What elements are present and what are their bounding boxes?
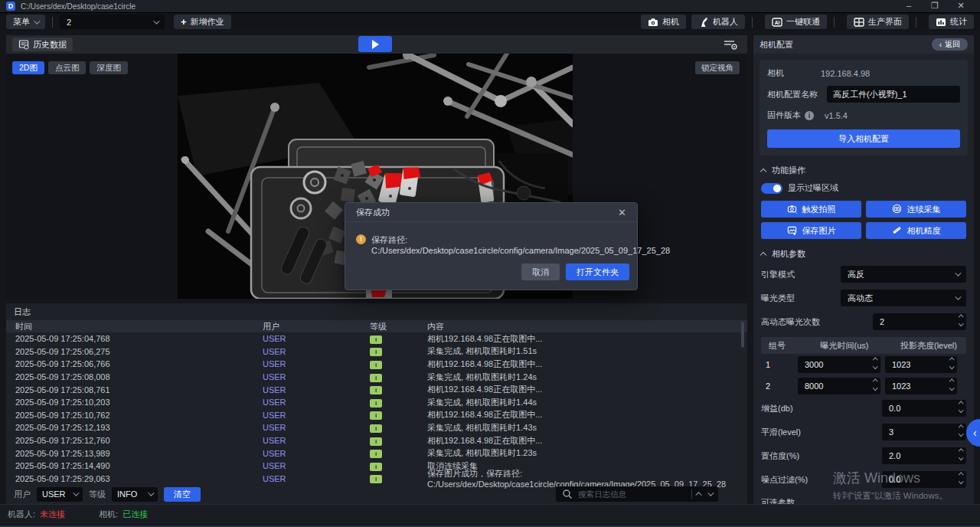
log-content: 采集完成, 相机取图耗时1.44s	[427, 397, 747, 408]
log-row[interactable]: 2025-05-09 17:25:08,008USERi采集完成, 相机取图耗时…	[6, 371, 747, 384]
tab-view[interactable]: 深度图	[90, 61, 128, 74]
log-col-level: 等级	[370, 321, 427, 332]
confidence-spinner[interactable]: 2.0	[882, 447, 966, 464]
smooth-spinner[interactable]: 3	[882, 424, 966, 440]
info-icon[interactable]: i	[805, 111, 814, 120]
spinner-arrows-icon[interactable]	[959, 426, 963, 435]
camera-label: 相机	[767, 67, 821, 79]
dialog-cancel-button[interactable]: 取消	[521, 264, 560, 280]
close-button[interactable]: ✕	[948, 0, 974, 12]
spinner-arrows-icon[interactable]	[959, 450, 963, 459]
params-section-header[interactable]: 相机参数	[761, 248, 966, 260]
log-scrollbar[interactable]	[741, 322, 744, 348]
exposure-time-spinner[interactable]: 8000	[798, 378, 880, 394]
exposure-type-dropdown[interactable]: 高动态	[841, 290, 966, 306]
spinner-arrows-icon[interactable]	[874, 358, 877, 368]
menubar-camera-button[interactable]: 相机	[641, 15, 686, 29]
projection-brightness-spinner[interactable]: 1023	[885, 378, 957, 394]
new-job-button[interactable]: + 新增作业	[174, 15, 231, 29]
menubar-robot-button[interactable]: 机器人	[691, 15, 745, 29]
log-row[interactable]: 2025-05-09 17:25:12,760USERi相机192.168.4.…	[6, 434, 747, 447]
lock-view-button[interactable]: 锁定视角	[695, 61, 740, 74]
param-selects: 引擎模式高反曝光类型高动态	[760, 266, 968, 306]
log-settings-icon[interactable]	[723, 38, 738, 51]
exp-col-brightness: 投影亮度(level)	[891, 340, 966, 352]
gain-spinner[interactable]: 0.0	[882, 400, 966, 417]
hdr-count-value: 2	[880, 317, 884, 326]
minimize-button[interactable]: –	[896, 0, 922, 12]
spinner-value: 3000	[805, 360, 823, 369]
menu-dropdown[interactable]: 菜单	[6, 15, 45, 29]
dialog-open-folder-button[interactable]: 打开文件夹	[566, 264, 629, 280]
camera-precision-button[interactable]: 相机精度	[866, 222, 966, 239]
hdr-count-spinner[interactable]: 2	[873, 313, 966, 330]
log-level: i	[370, 346, 427, 356]
log-row[interactable]: 2025-05-09 17:25:13,989USERi采集完成, 相机取图耗时…	[6, 447, 747, 460]
dialog-title: 保存成功	[356, 207, 390, 218]
log-time: 2025-05-09 17:25:13,989	[6, 449, 263, 458]
info-level-badge: i	[370, 424, 382, 433]
spinner-arrows-icon[interactable]	[959, 316, 963, 325]
search-prev-icon[interactable]	[695, 492, 701, 498]
dialog-close-icon[interactable]: ✕	[618, 207, 626, 218]
info-level-badge: i	[370, 374, 382, 382]
spinner-arrows-icon[interactable]	[959, 402, 963, 411]
overexposure-toggle[interactable]	[761, 183, 782, 194]
spinner-arrows-icon[interactable]	[959, 473, 963, 483]
log-row[interactable]: 2025-05-09 17:25:04,768USERi相机192.168.4.…	[6, 332, 747, 345]
function-section-header[interactable]: 功能操作	[761, 165, 966, 176]
filter-level-value: INFO	[117, 489, 137, 499]
engine-mode-dropdown[interactable]: 高反	[841, 266, 966, 283]
tab-2d[interactable]: 2D图	[12, 61, 44, 74]
import-config-button[interactable]: 导入相机配置	[767, 129, 960, 148]
info-level-badge: i	[370, 463, 382, 471]
divider	[834, 17, 835, 28]
history-data-button[interactable]: 历史数据	[12, 38, 73, 51]
tab-view[interactable]: 点云图	[48, 61, 87, 74]
menubar-statistics-button[interactable]: 统计	[929, 15, 974, 29]
exposure-group: 2	[761, 381, 798, 391]
maximize-button[interactable]: ❐	[922, 0, 948, 12]
statusbar: 机器人: 未连接 相机: 已连接	[0, 504, 980, 524]
clear-log-button[interactable]: 清空	[164, 487, 201, 502]
log-row[interactable]: 2025-05-09 17:25:12,193USERi采集完成, 相机取图耗时…	[6, 421, 747, 434]
filter-level-dropdown[interactable]: INFO	[112, 487, 158, 502]
trigger-capture-button[interactable]: 触发拍照	[761, 201, 861, 218]
projection-brightness-spinner[interactable]: 1023	[885, 356, 957, 373]
search-next-icon[interactable]	[707, 489, 714, 496]
divider	[916, 17, 916, 28]
log-row[interactable]: 2025-05-09 17:25:10,762USERi相机192.168.4.…	[6, 409, 747, 422]
play-button[interactable]	[358, 36, 392, 52]
info-level-badge: i	[370, 437, 382, 446]
spinner-arrows-icon[interactable]	[950, 380, 954, 389]
exposure-time-spinner[interactable]: 3000	[798, 356, 880, 373]
log-user: USER	[263, 474, 370, 483]
log-panel: 日志 时间 用户 等级 内容 2025-05-09 17:25:04,768US…	[6, 303, 747, 506]
log-user: USER	[263, 398, 370, 407]
menubar-production-button[interactable]: 生产界面	[847, 15, 909, 29]
exp-col-time: 曝光时间(us)	[798, 340, 891, 352]
camera-config-title: 相机配置	[760, 39, 793, 51]
log-search-input[interactable]	[578, 489, 662, 499]
log-rows: 2025-05-09 17:25:04,768USERi相机192.168.4.…	[6, 332, 747, 485]
save-image-button[interactable]: 保存图片	[761, 222, 861, 239]
log-row[interactable]: 2025-05-09 17:25:06,275USERi采集完成, 相机取图耗时…	[6, 345, 747, 358]
log-row[interactable]: 2025-05-09 17:25:10,203USERi采集完成, 相机取图耗时…	[6, 396, 747, 409]
spinner-arrows-icon[interactable]	[950, 358, 954, 368]
log-user: USER	[263, 347, 370, 356]
spinner-arrows-icon[interactable]	[874, 380, 877, 389]
trigger-camera-icon	[787, 204, 798, 214]
back-button[interactable]: ‹ 返回	[932, 38, 968, 51]
continuous-capture-button[interactable]: 连续采集	[866, 201, 966, 218]
job-select-value: 2	[67, 18, 71, 27]
job-select-dropdown[interactable]: 2	[60, 15, 165, 29]
log-search-box[interactable]	[556, 486, 718, 502]
log-row[interactable]: 2025-05-09 17:25:29,063USERi保存图片成功，保存路径:…	[6, 473, 747, 486]
noise-filter-spinner[interactable]: 0.0	[882, 471, 966, 488]
log-row[interactable]: 2025-05-09 17:25:06,766USERi相机192.168.4.…	[6, 358, 747, 371]
info-level-badge: i	[370, 411, 382, 420]
config-name-input[interactable]	[827, 86, 960, 103]
filter-user-dropdown[interactable]: USER	[37, 487, 83, 502]
menubar-ai-connect-button[interactable]: AI一键联通	[765, 15, 827, 29]
log-row[interactable]: 2025-05-09 17:25:08,761USERi相机192.168.4.…	[6, 383, 747, 396]
